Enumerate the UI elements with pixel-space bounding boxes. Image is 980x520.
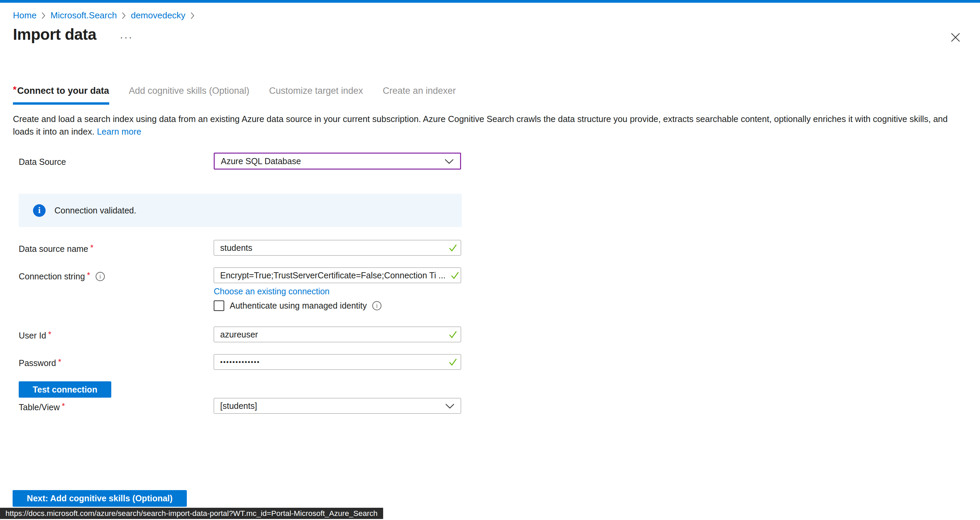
tab-label: Customize target index [269, 86, 363, 96]
chevron-right-icon [41, 12, 46, 19]
breadcrumb: Home Microsoft.Search demovedecky [13, 10, 195, 21]
learn-more-link[interactable]: Learn more [97, 127, 141, 136]
intro-description: Create and load a search index using dat… [13, 114, 948, 136]
close-button[interactable] [949, 31, 962, 45]
table-view-selected-value: [students] [220, 401, 257, 411]
next-add-cognitive-skills-button[interactable]: Next: Add cognitive skills (Optional) [13, 490, 187, 507]
breadcrumb-microsoft-search[interactable]: Microsoft.Search [50, 10, 117, 21]
user-id-label: User Id * [19, 331, 51, 341]
managed-identity-label: Authenticate using managed identity [230, 301, 367, 311]
data-source-name-input[interactable] [214, 240, 448, 255]
breadcrumb-home[interactable]: Home [13, 10, 37, 21]
top-accent-bar [0, 0, 980, 3]
tab-customize-target-index[interactable]: Customize target index [269, 86, 363, 105]
close-icon [950, 32, 961, 44]
valid-check-icon [450, 270, 460, 281]
page-title: Import data [13, 25, 96, 43]
connection-string-field [214, 268, 461, 283]
label-text: Data Source [19, 157, 66, 167]
info-icon: i [33, 204, 46, 217]
info-tooltip-icon[interactable]: i [372, 301, 382, 310]
wizard-tabs: *Connect to your data Add cognitive skil… [13, 86, 456, 105]
label-text: Data source name [19, 244, 88, 254]
valid-check-icon [448, 329, 458, 339]
password-field [214, 354, 461, 370]
data-source-selected-value: Azure SQL Database [221, 156, 301, 166]
required-marker: * [48, 330, 51, 339]
user-id-input[interactable] [214, 327, 448, 342]
label-text: Connection string [19, 271, 85, 281]
connection-validated-banner: i Connection validated. [19, 194, 462, 227]
test-connection-button[interactable]: Test connection [19, 381, 111, 398]
tab-label: Create an indexer [383, 86, 456, 96]
managed-identity-row: Authenticate using managed identity i [214, 300, 382, 311]
managed-identity-checkbox[interactable] [214, 300, 224, 311]
tab-label: Add cognitive skills (Optional) [129, 86, 250, 96]
existing-connection-row: Choose an existing connection [214, 287, 330, 296]
required-marker: * [90, 243, 93, 252]
status-url-bar: https://docs.microsoft.com/azure/search/… [0, 508, 383, 519]
tab-create-an-indexer[interactable]: Create an indexer [383, 86, 456, 105]
chevron-down-icon [445, 401, 455, 411]
required-marker: * [62, 401, 65, 411]
connection-string-input[interactable] [214, 268, 450, 283]
required-marker: * [87, 271, 90, 280]
tab-label: Connect to your data [18, 86, 109, 96]
import-data-page: Home Microsoft.Search demovedecky Import… [0, 0, 980, 520]
chevron-down-icon [444, 156, 454, 166]
valid-check-icon [448, 243, 458, 253]
data-source-name-field [214, 240, 461, 255]
choose-existing-connection-link[interactable]: Choose an existing connection [214, 287, 330, 296]
password-label: Password * [19, 358, 61, 368]
breadcrumb-demovedecky[interactable]: demovedecky [130, 10, 185, 21]
data-source-name-label: Data source name * [19, 244, 94, 254]
chevron-right-icon [121, 12, 126, 19]
table-view-dropdown[interactable]: [students] [214, 398, 461, 414]
info-tooltip-icon[interactable]: i [95, 272, 105, 281]
intro-text: Create and load a search index using dat… [13, 113, 968, 138]
tab-add-cognitive-skills[interactable]: Add cognitive skills (Optional) [129, 86, 250, 105]
banner-text: Connection validated. [54, 206, 136, 216]
more-options-button[interactable]: ··· [120, 31, 133, 43]
label-text: User Id [19, 331, 46, 341]
chevron-right-icon [190, 12, 195, 19]
data-source-label: Data Source [19, 157, 66, 167]
label-text: Password [19, 358, 56, 368]
data-source-dropdown[interactable]: Azure SQL Database [214, 152, 461, 170]
required-marker: * [58, 357, 61, 367]
connection-string-label: Connection string * i [19, 271, 105, 281]
user-id-field [214, 327, 461, 342]
required-marker: * [13, 85, 17, 95]
table-view-label: Table/View * [19, 403, 65, 412]
tab-connect-to-your-data[interactable]: *Connect to your data [13, 86, 109, 105]
password-input[interactable] [214, 355, 448, 369]
label-text: Table/View [19, 403, 60, 412]
valid-check-icon [448, 357, 458, 367]
